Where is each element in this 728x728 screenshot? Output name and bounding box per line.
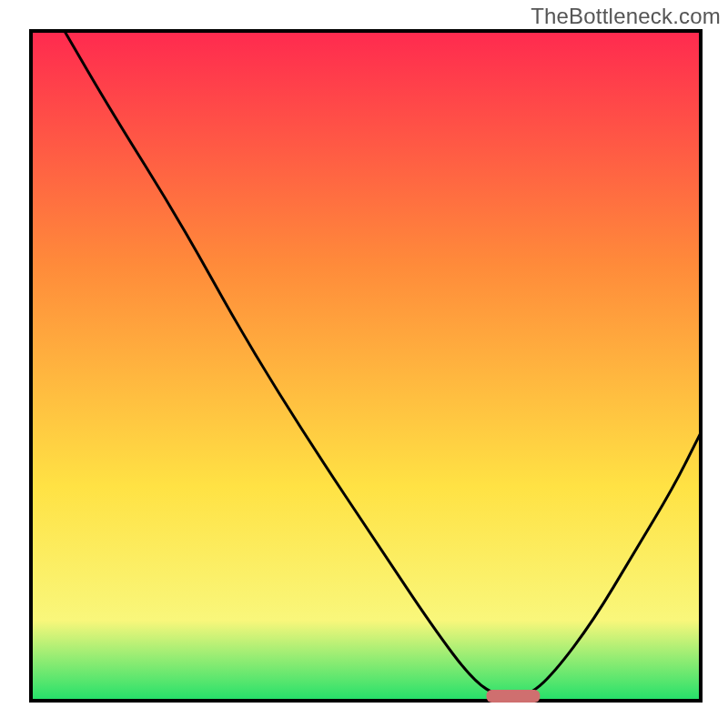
chart-container: TheBottleneck.com [0,0,728,728]
watermark-text: TheBottleneck.com [531,4,721,29]
chart-svg [0,0,728,728]
plot-area [31,31,701,701]
optimal-marker [486,690,540,703]
plot-background [31,31,701,701]
